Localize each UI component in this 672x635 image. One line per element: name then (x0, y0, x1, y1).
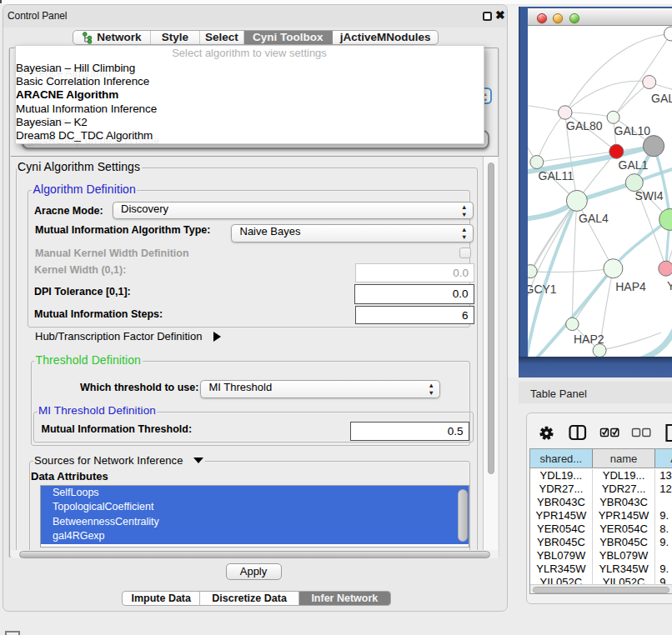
network-edge-selected[interactable] (613, 219, 669, 268)
attribute-item[interactable]: gal4RGexp (41, 529, 469, 543)
aracne-mode-combobox[interactable]: Discovery ▲▼ (113, 202, 474, 220)
node-label-HAP2: HAP2 (574, 332, 604, 345)
network-node-GAL11[interactable] (530, 155, 544, 168)
network-node-top-right-sliver[interactable] (664, 27, 672, 41)
node-label-GAL10: GAL10 (614, 124, 651, 138)
close-traffic-light-icon[interactable] (537, 13, 547, 23)
control-panel-titlebar[interactable] (3, 5, 507, 28)
table-cell: YER054C (530, 522, 593, 536)
close-panel-button[interactable]: ✖ (495, 8, 505, 22)
network-edge[interactable] (565, 81, 649, 112)
node-label-SWI4: SWI4 (634, 189, 663, 202)
mi-threshold-field[interactable]: 0.5 (350, 422, 469, 441)
bottom-tab-impute-data[interactable]: Impute Data (123, 592, 200, 606)
table-header-row[interactable]: shared...nameA (530, 449, 672, 468)
table-cell: YDR27... (593, 482, 656, 496)
network-node-HAP4[interactable] (604, 258, 623, 278)
algorithm-option[interactable]: Dream8 DC_TDC Algorithm (16, 129, 484, 142)
table-cell (655, 496, 672, 509)
network-node-GAL80[interactable] (559, 105, 572, 118)
network-edge-selected[interactable] (654, 146, 670, 219)
network-edge[interactable] (530, 268, 613, 272)
table-row[interactable]: YDL19...YDL19...13 (530, 469, 672, 482)
table-hscrollbar-track[interactable] (530, 584, 672, 594)
manual-kernel-checkbox[interactable] (459, 248, 471, 259)
network-edge[interactable] (572, 200, 577, 323)
network-edge[interactable] (599, 332, 661, 351)
table-row[interactable]: YPR145WYPR145W9. (530, 509, 672, 522)
kernel-width-field[interactable]: 0.0 (355, 263, 475, 283)
network-canvas[interactable]: GALGAL80GAL10GAL1GAL11SWI4GAL4GCY1HAP4YH… (528, 26, 672, 357)
mi-steps-field[interactable]: 6 (355, 306, 474, 325)
zoom-traffic-light-icon[interactable] (569, 13, 579, 23)
bottom-tab-discretize-data[interactable]: Discretize Data (200, 592, 298, 606)
network-node-GAL4[interactable] (566, 190, 587, 211)
network-node-pink-right[interactable] (659, 261, 672, 276)
column-header-A[interactable]: A (655, 449, 672, 468)
split-columns-icon[interactable] (570, 426, 586, 439)
network-node-HAP2[interactable] (566, 318, 579, 330)
algorithm-option[interactable]: Bayesian – Hill Climbing (16, 62, 484, 75)
which-threshold-combobox[interactable]: MI Threshold ▲▼ (200, 380, 440, 399)
table-row[interactable]: YBR045CYBR045C9. (530, 535, 672, 548)
unchecked-boxes-icon[interactable] (633, 428, 650, 436)
attribute-item[interactable]: TopologicalCoefficient (41, 500, 469, 514)
table-row[interactable]: YBL079WYBL079W (530, 548, 672, 562)
network-edge[interactable] (577, 200, 614, 268)
which-threshold-label: Which threshold to use: (80, 382, 198, 393)
tab-style[interactable]: Style (151, 31, 201, 44)
column-header-name[interactable]: name (593, 449, 656, 468)
table-row[interactable]: YDR27...YDR27...12 (530, 482, 672, 496)
dpi-tolerance-label: DPI Tolerance [0,1]: (34, 286, 131, 298)
table-row[interactable]: YBR043CYBR043C (530, 496, 672, 509)
tab-jactivemnodules[interactable]: jActiveMNodules (333, 31, 438, 44)
network-node-GCY1[interactable] (528, 264, 537, 278)
table-hscrollbar-thumb[interactable] (533, 587, 669, 594)
bottom-tab-infer-network[interactable]: Infer Network (299, 592, 390, 606)
settings-hscrollbar-thumb[interactable] (19, 551, 490, 558)
network-window-titlebar[interactable] (528, 8, 672, 26)
table-row[interactable]: YER054CYER054C8. (530, 522, 672, 536)
attribute-item[interactable]: BetweennessCentrality (41, 515, 469, 529)
node-label-Y: Y (667, 279, 672, 292)
network-edge-selected[interactable] (528, 201, 577, 357)
tab-network[interactable]: Network (73, 31, 151, 44)
table-toolbar (527, 413, 672, 449)
dpi-tolerance-field[interactable]: 0.0 (354, 284, 474, 304)
network-node-bottom-node[interactable] (593, 343, 606, 357)
data-attributes-label: Data Attributes (31, 470, 108, 482)
mi-type-combobox[interactable]: Naive Bayes ▲▼ (231, 224, 474, 242)
node-table[interactable]: shared...nameA YDL19...YDL19...13YDR27..… (529, 448, 672, 594)
column-header-shared...[interactable]: shared... (530, 449, 593, 468)
float-window-button[interactable] (483, 12, 492, 21)
algorithm-option[interactable]: Basic Correlation Inference (16, 75, 484, 88)
attribute-item[interactable]: SelfLoops (41, 486, 469, 500)
apply-button[interactable]: Apply (226, 563, 282, 580)
network-node-GAL10[interactable] (607, 111, 619, 123)
network-edge[interactable] (565, 112, 614, 118)
minimized-panel-icon[interactable] (5, 631, 20, 635)
attribute-list-scrollbar[interactable] (458, 489, 468, 542)
control-panel-tab-bar: NetworkStyleSelectCyni ToolboxjActiveMNo… (73, 30, 439, 45)
tab-select[interactable]: Select (200, 31, 243, 44)
document-icon[interactable] (667, 425, 672, 441)
gear-icon[interactable] (539, 426, 553, 439)
algorithm-option[interactable]: Bayesian – K2 (16, 116, 484, 129)
table-cell: YLR345W (530, 562, 593, 575)
checked-boxes-icon[interactable] (601, 428, 619, 437)
algorithm-option[interactable]: ARACNE Algorithm (16, 88, 484, 102)
network-node-GAL1[interactable] (609, 144, 624, 158)
sources-group-toggle[interactable]: Sources for Network Inference (33, 454, 205, 467)
network-edge[interactable] (614, 33, 671, 117)
network-node-gray-node[interactable] (643, 135, 664, 156)
data-attributes-list[interactable]: SelfLoopsTopologicalCoefficientBetweenne… (40, 485, 469, 548)
table-row[interactable]: YLR345WYLR345W9. (530, 562, 672, 575)
algorithm-option[interactable]: Mutual Information Inference (16, 102, 484, 116)
network-edge[interactable] (614, 82, 649, 117)
tab-cyni-toolbox[interactable]: Cyni Toolbox (244, 31, 333, 44)
minimize-traffic-light-icon[interactable] (553, 13, 563, 23)
hub-definition-toggle[interactable]: Hub/Transcription Factor Definition (35, 330, 221, 342)
network-edge[interactable] (537, 112, 565, 162)
network-node-GAL-top-right[interactable] (643, 75, 656, 88)
settings-vscrollbar-thumb[interactable] (488, 162, 495, 474)
